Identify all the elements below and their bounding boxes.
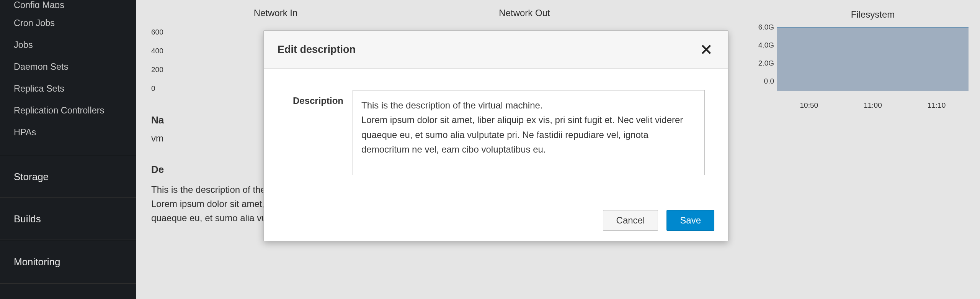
modal-header: Edit description	[264, 31, 728, 69]
description-field-label: Description	[284, 90, 343, 106]
sidebar-item-hpas[interactable]: HPAs	[0, 122, 136, 143]
sidebar-section-storage[interactable]: Storage	[0, 156, 136, 198]
sidebar-item-daemon-sets[interactable]: Daemon Sets	[0, 56, 136, 78]
sidebar-section-builds[interactable]: Builds	[0, 198, 136, 240]
sidebar-item-jobs[interactable]: Jobs	[0, 34, 136, 56]
sidebar-section-monitoring[interactable]: Monitoring	[0, 240, 136, 284]
close-icon[interactable]	[698, 41, 714, 58]
edit-description-modal: Edit description Description Cancel Save	[263, 30, 728, 241]
modal-body: Description	[264, 69, 728, 200]
workloads-sublist: Config Maps Cron Jobs Jobs Daemon Sets R…	[0, 0, 136, 156]
sidebar-item-replica-sets[interactable]: Replica Sets	[0, 78, 136, 100]
sidebar-section-monitoring-label: Monitoring	[0, 240, 136, 283]
save-button[interactable]: Save	[666, 210, 714, 231]
cancel-button[interactable]: Cancel	[603, 210, 658, 231]
sidebar-section-builds-label: Builds	[0, 198, 136, 240]
sidebar-section-storage-label: Storage	[0, 156, 136, 197]
sidebar-item-replication-controllers[interactable]: Replication Controllers	[0, 100, 136, 122]
sidebar: Config Maps Cron Jobs Jobs Daemon Sets R…	[0, 0, 136, 299]
modal-title: Edit description	[278, 44, 356, 56]
modal-footer: Cancel Save	[264, 200, 728, 241]
sidebar-item-cron-jobs[interactable]: Cron Jobs	[0, 12, 136, 34]
sidebar-item-config-maps[interactable]: Config Maps	[0, 0, 136, 8]
description-textarea[interactable]	[353, 90, 705, 175]
